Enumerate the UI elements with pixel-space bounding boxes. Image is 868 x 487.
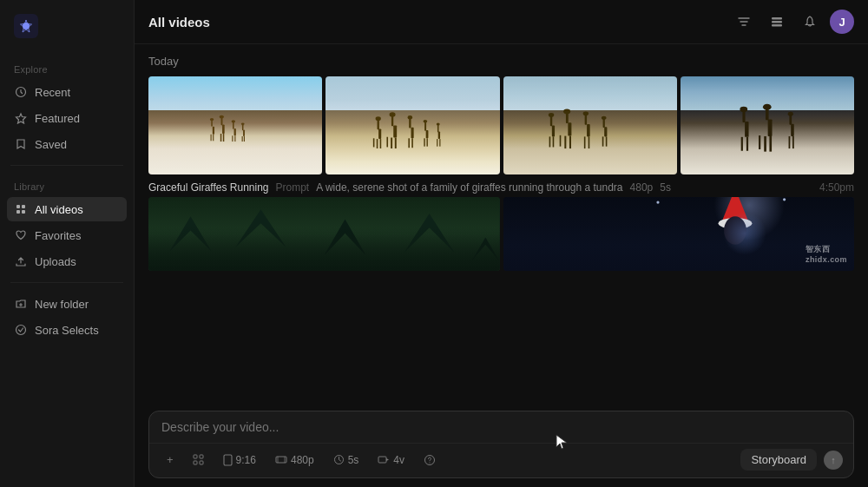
upload-icon [14,254,28,268]
sidebar-item-saved[interactable]: Saved [7,132,127,156]
video-card-1[interactable] [148,76,322,174]
svg-rect-81 [740,137,742,151]
svg-point-75 [601,115,606,119]
video-card-3[interactable] [503,76,677,174]
svg-point-85 [763,104,772,110]
sidebar-item-recent[interactable]: Recent [7,80,127,104]
input-tools: + [149,443,853,477]
svg-rect-35 [373,138,375,147]
video-card-4[interactable] [681,76,854,174]
star-icon [14,111,28,125]
svg-rect-78 [745,122,748,138]
svg-point-64 [563,109,570,114]
svg-rect-28 [242,136,243,141]
sidebar-item-favorites[interactable]: Favorites [7,223,127,247]
svg-rect-15 [222,125,225,135]
watermark: 智东西zhidx.com [806,244,847,264]
aspect-ratio-button[interactable]: 9:16 [216,451,263,470]
heart-icon [14,228,28,242]
svg-rect-30 [378,129,381,140]
svg-rect-41 [387,137,389,148]
tool-buttons-right: Storyboard ↑ [740,449,843,471]
svg-rect-88 [759,135,760,149]
svg-point-105 [724,216,746,244]
svg-rect-69 [584,114,586,124]
video-card-2[interactable] [326,76,499,174]
help-button[interactable] [417,451,443,470]
clock-icon [14,85,28,99]
sidebar-item-all-videos[interactable]: All videos [7,197,127,221]
list-view-button[interactable] [764,9,790,35]
svg-rect-106 [194,455,197,458]
main-header: All videos [135,0,868,44]
svg-point-99 [656,201,659,203]
sidebar-item-featured-label: Featured [35,112,80,125]
svg-rect-52 [438,132,440,140]
svg-rect-93 [792,136,794,148]
motion-button[interactable]: 4v [371,451,411,470]
svg-rect-39 [391,138,392,148]
thumbnail-card-1[interactable] [148,197,500,271]
thumb-2-content [503,197,855,271]
app-logo [7,10,127,42]
sidebar-item-featured[interactable]: Featured [7,106,127,130]
logo-icon [14,14,38,38]
svg-rect-3 [22,205,25,208]
notifications-button[interactable] [797,9,823,35]
duration-label: 5s [348,454,359,466]
add-tool-button[interactable]: + [160,450,181,470]
video-description-input[interactable] [161,420,841,434]
svg-rect-4 [16,210,20,214]
sidebar-item-uploads[interactable]: Uploads [7,249,127,273]
sidebar-item-new-folder[interactable]: New folder [7,292,127,316]
svg-rect-29 [244,136,245,141]
header-actions: J [731,9,854,35]
storyboard-tool-button[interactable] [186,451,211,469]
svg-rect-76 [602,136,603,146]
svg-rect-71 [583,136,585,148]
svg-rect-33 [377,139,378,148]
svg-rect-61 [552,136,554,147]
svg-point-80 [740,107,747,112]
svg-rect-26 [242,125,244,131]
svg-rect-65 [564,135,566,148]
svg-rect-62 [568,122,571,135]
thumbnail-card-2[interactable]: 智东西zhidx.com [503,197,855,271]
svg-point-104 [718,218,752,229]
svg-point-54 [437,123,440,126]
svg-rect-92 [788,136,790,148]
sidebar: Explore Recent Featured [0,0,135,487]
user-avatar[interactable]: J [830,10,854,34]
svg-rect-77 [605,136,607,146]
svg-rect-36 [394,126,398,138]
sidebar-item-saved-label: Saved [35,138,67,151]
svg-point-44 [408,115,412,119]
giraffes-svg-1 [183,110,287,149]
svg-rect-89 [791,124,794,136]
filter-button[interactable] [731,9,757,35]
svg-rect-31 [378,120,379,130]
duration-tag: 5s [660,181,671,194]
duration-button[interactable]: 5s [326,451,366,470]
video-grid [148,76,854,174]
input-bar: + [148,411,854,478]
storyboard-button[interactable]: Storyboard [740,449,817,471]
sidebar-item-recent-label: Recent [35,86,70,99]
svg-rect-16 [221,118,223,126]
motion-label: 4v [393,454,404,466]
submit-button[interactable]: ↑ [824,451,843,470]
svg-rect-107 [200,455,203,458]
svg-rect-50 [424,138,425,146]
svg-point-22 [232,121,236,123]
video-info-bar: Graceful Giraffes Running Prompt A wide,… [148,174,854,197]
giraffes-svg-2 [352,109,473,153]
svg-rect-53 [437,125,439,133]
svg-rect-10 [213,127,214,135]
svg-rect-108 [194,461,197,464]
motion-icon [378,455,390,464]
giraffes-svg-3 [521,106,660,155]
svg-rect-11 [211,121,213,128]
sidebar-item-sora-selects[interactable]: Sora Selects [7,318,127,342]
quality-button[interactable]: 480p [268,451,321,470]
svg-rect-82 [746,137,748,151]
